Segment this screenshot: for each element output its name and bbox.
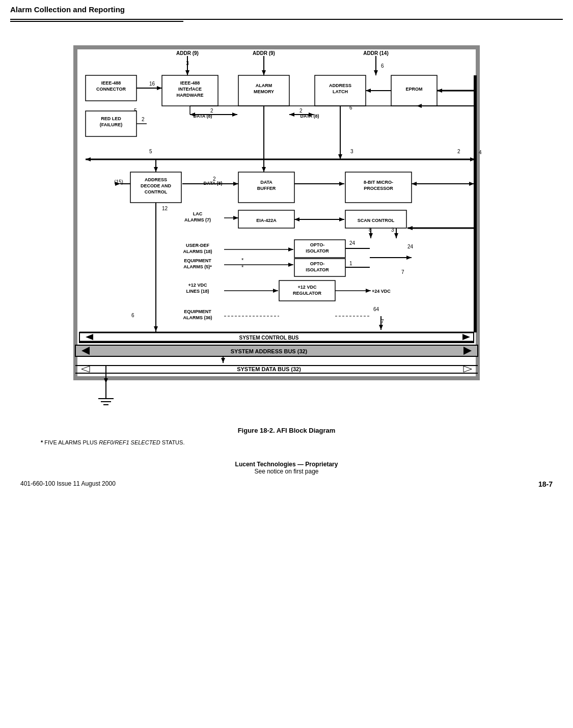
footnote-star: * (41, 439, 43, 445)
vdc-reg-label: +12 VDC (297, 285, 316, 290)
system-address-bus-label: SYSTEM ADDRESS BUS (32) (230, 348, 307, 354)
num-7a: 7 (401, 269, 404, 275)
num-2e: 2 (213, 176, 216, 182)
red-led-label: RED LED (101, 116, 121, 121)
svg-text:ALARMS (7): ALARMS (7) (184, 217, 211, 222)
footnote-text2: STATUS. (162, 439, 185, 445)
footnote-italic: REF0/REF1 SELECTED (99, 439, 160, 445)
svg-text:HARDWARE: HARDWARE (176, 93, 203, 98)
num-6a: 6 (381, 63, 384, 69)
num-5b: 5 (149, 149, 152, 154)
svg-text:(FAILURE): (FAILURE) (99, 122, 122, 127)
doc-number: 401-660-100 Issue 11 August 2000 (20, 480, 116, 488)
svg-text:ALARMS (18): ALARMS (18) (183, 249, 212, 254)
eia422a-label: EIA-422A (256, 218, 277, 223)
svg-text:ISOLATOR: ISOLATOR (306, 248, 329, 254)
ieee488-hardware-label: IEEE-488 (180, 80, 200, 86)
svg-text:CONTROL: CONTROL (144, 189, 167, 194)
page-footer-bottom: 401-660-100 Issue 11 August 2000 18-7 (20, 480, 553, 488)
eprom-label: EPROM (405, 87, 422, 92)
svg-text:PROCESSOR: PROCESSOR (364, 186, 393, 191)
num-2b: 2 (210, 108, 213, 114)
addr-label-2: ADDR (9) (253, 50, 275, 56)
page-number: 18-7 (538, 480, 553, 488)
opto1-label: OPTO- (310, 242, 324, 247)
num-3b: 3 (350, 149, 353, 154)
svg-text:LATCH: LATCH (333, 89, 348, 94)
num-24a: 24 (349, 240, 356, 246)
num-2a: 2 (142, 117, 145, 122)
num-4: 4 (479, 150, 482, 155)
footnote: * FIVE ALARMS PLUS REF0/REF1 SELECTED ST… (41, 439, 532, 445)
svg-text:ISOLATOR: ISOLATOR (306, 267, 329, 272)
star-2: * (241, 264, 244, 270)
num-2c: 2 (299, 108, 303, 114)
data-buffer-label: DATA (260, 180, 272, 185)
user-def-label: USER-DEF (185, 243, 209, 248)
svg-marker-115 (104, 378, 108, 383)
caption: Figure 18-2. AFI Block Diagram (0, 427, 573, 434)
equip36-label: EQUIPMENT (184, 309, 211, 314)
opto2-label: OPTO- (310, 261, 324, 266)
star-1: * (241, 257, 244, 263)
micro-label: 8-BIT MICRO- (364, 180, 393, 185)
num-16: 16 (149, 81, 155, 87)
header-title: Alarm Collection and Reporting (0, 0, 573, 19)
figure-caption: Figure 18-2. AFI Block Diagram (238, 427, 336, 434)
vdc-lines-label: +12 VDC (188, 283, 207, 288)
svg-text:INTErfACE: INTErfACE (178, 87, 201, 92)
svg-text:REGULATOR: REGULATOR (292, 291, 321, 296)
system-control-bus-label: SYSTEM CONTROL BUS (239, 335, 298, 341)
num-2d: 2 (457, 149, 460, 154)
svg-text:MEMORY: MEMORY (253, 89, 274, 94)
num-24b: 24 (407, 244, 414, 249)
ieee488-connector-label: IEEE-488 (101, 80, 121, 86)
num-1: 1 (349, 261, 352, 266)
num-6c: 6 (131, 313, 134, 318)
svg-text:DECODE AND: DECODE AND (140, 183, 171, 188)
addr-label-1: ADDR (9) (176, 50, 199, 56)
num-12: 12 (162, 206, 168, 211)
equip5-label: EQUIPMENT (184, 258, 211, 263)
svg-text:ALARMS (5)*: ALARMS (5)* (183, 264, 212, 269)
address-decode-label: ADDRESS (144, 177, 167, 182)
block-diagram: ADDR (9) ADDR (9) ADDR (14) 3 6 IEEE-488… (45, 27, 529, 424)
page-header: Alarm Collection and Reporting (0, 0, 573, 22)
svg-text:CONNECTOR: CONNECTOR (96, 87, 126, 92)
company-name: Lucent Technologies — Proprietary (0, 461, 573, 468)
addr-label-3: ADDR (14) (363, 50, 388, 56)
footnote-text1: FIVE ALARMS PLUS (44, 439, 97, 445)
num-64: 64 (373, 306, 379, 312)
svg-text:BUFFER: BUFFER (257, 186, 276, 191)
plus24vdc-label: +24 VDC (372, 289, 391, 294)
svg-text:LINES (18): LINES (18) (186, 289, 209, 294)
num-3c: 3 (391, 227, 394, 233)
notice-text: See notice on first page (0, 468, 573, 475)
svg-text:ALARMS (36): ALARMS (36) (183, 315, 212, 320)
address-latch-label: ADDRESS (329, 83, 351, 88)
alarm-memory-label: ALARM (255, 83, 272, 88)
system-data-bus-label: SYSTEM DATA BUS (32) (237, 366, 301, 372)
diagram-area: ADDR (9) ADDR (9) ADDR (14) 3 6 IEEE-488… (0, 22, 573, 424)
page-footer-center: Lucent Technologies — Proprietary See no… (0, 461, 573, 475)
scan-control-label: SCAN CONTROL (357, 218, 394, 223)
lac-alarms-label: LAC (193, 211, 202, 216)
